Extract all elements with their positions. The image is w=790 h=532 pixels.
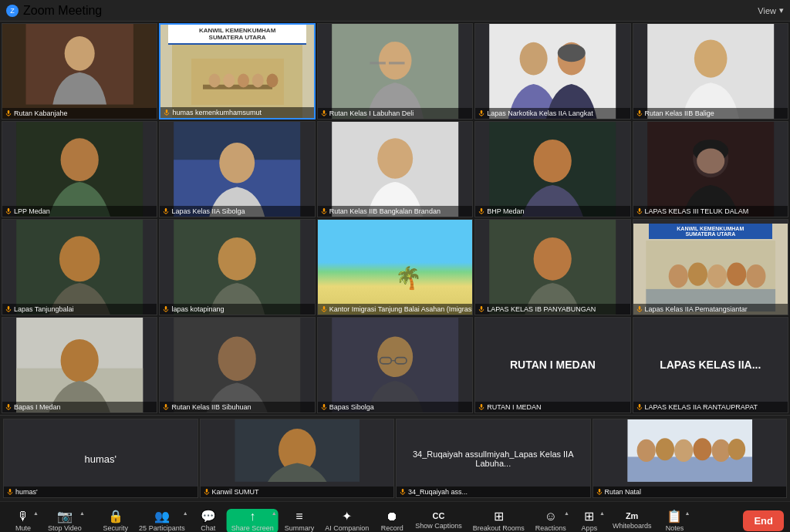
svg-point-53 bbox=[59, 236, 100, 281]
tile-label-12: lapas kotapinang bbox=[160, 304, 314, 315]
svg-rect-40 bbox=[323, 208, 325, 212]
record-button[interactable]: ⏺ Record bbox=[375, 509, 409, 533]
svg-rect-23 bbox=[481, 110, 482, 114]
tile-label-14: LAPAS KELAS IB PANYABUNGAN bbox=[475, 304, 630, 315]
tile-label-18: Bapas Sibolga bbox=[318, 402, 472, 412]
ai-companion-button[interactable]: ✦ AI Companion bbox=[320, 509, 373, 533]
tile-label-3: Rutan Kelas I Labuhan Deli bbox=[318, 108, 472, 119]
tile-bapas-sibolga[interactable]: Bapas Sibolga bbox=[317, 317, 473, 413]
svg-rect-36 bbox=[165, 208, 167, 212]
tile-label-19: RUTAN I MEDAN bbox=[475, 402, 630, 412]
svg-point-77 bbox=[61, 339, 99, 382]
view-button[interactable]: View ▾ bbox=[758, 5, 784, 15]
end-button[interactable]: End bbox=[743, 510, 784, 531]
chat-button[interactable]: 💬 Chat bbox=[191, 509, 225, 533]
tile-label-10: LAPAS KELAS III TELUK DALAM bbox=[633, 206, 788, 217]
whiteboards-button[interactable]: Zm Whiteboards bbox=[608, 510, 657, 531]
svg-rect-31 bbox=[8, 208, 9, 212]
stop-video-icon: 📷 bbox=[57, 510, 73, 523]
svg-rect-89 bbox=[323, 404, 325, 408]
tile-label-17: Rutan Kelas IIB Sibuhuan bbox=[160, 402, 314, 412]
ruqaiyah-name: 34_Ruqaiyah assullmiyah_Lapas Kelas IIA … bbox=[397, 450, 590, 468]
tile-lpp-medan[interactable]: LPP Medan bbox=[2, 121, 157, 217]
apps-button[interactable]: ▲ ⊞ Apps bbox=[572, 509, 606, 533]
summary-button[interactable]: ≡ Summary bbox=[280, 509, 319, 533]
strip-tile-ruqaiyah[interactable]: 34_Ruqaiyah assullmiyah_Lapas Kelas IIA … bbox=[396, 419, 591, 498]
svg-rect-93 bbox=[638, 404, 640, 408]
svg-rect-17 bbox=[323, 110, 325, 114]
security-button[interactable]: 🔒 Security bbox=[99, 509, 133, 533]
participants-button[interactable]: ▲ 👥 25 Participants bbox=[134, 509, 190, 533]
share-screen-button[interactable]: ▲ ↑ Share Screen bbox=[227, 509, 279, 533]
tile-label-13: Kantor Imigrasi Tanjung Balai Asahan (Im… bbox=[318, 304, 472, 315]
tile-lapas-teluk-dalam[interactable]: LAPAS KELAS III TELUK DALAM bbox=[633, 121, 788, 217]
ai-companion-icon: ✦ bbox=[342, 510, 352, 523]
svg-rect-73 bbox=[638, 306, 640, 310]
svg-rect-11 bbox=[166, 109, 167, 113]
chat-icon: 💬 bbox=[201, 510, 216, 523]
strip-tile-kanwil-sumut[interactable]: Kanwil SUMUT bbox=[200, 419, 395, 498]
strip-tile-rutan-natal[interactable]: Rutan Natal bbox=[592, 419, 788, 498]
toolbar: ▲ 🎙 Mute ▲ 📷 Stop Video 🔒 Security ▲ 👥 2… bbox=[0, 501, 790, 532]
tile-rutan-medan[interactable]: RUTAN I MEDAN RUTAN I MEDAN bbox=[474, 317, 630, 413]
reactions-caret: ▲ bbox=[564, 510, 569, 516]
tile-rutan-kabanjahe[interactable]: Rutan Kabanjahe bbox=[2, 23, 157, 120]
svg-rect-15 bbox=[370, 62, 386, 64]
tile-lapas-sibolga[interactable]: Lapas Kelas IIA Sibolga bbox=[159, 121, 315, 217]
tile-humas-kanwil[interactable]: KANWIL KEMENKUMHAMSUMATERA UTARA humas bbox=[159, 23, 315, 120]
tile-rutan-sibuhuan[interactable]: Rutan Kelas IIB Sibuhuan bbox=[159, 317, 315, 413]
svg-rect-91 bbox=[481, 404, 482, 408]
tile-bapas-medan[interactable]: Bapas I Medan bbox=[2, 317, 157, 413]
titlebar-left: Z Zoom Meeting bbox=[6, 4, 102, 18]
svg-rect-60 bbox=[323, 306, 325, 310]
tile-lapas-rantauprapat[interactable]: LAPAS KELAS IIA... LAPAS KELAS IIA RANTA… bbox=[633, 317, 788, 413]
svg-rect-54 bbox=[8, 306, 9, 310]
mute-caret: ▲ bbox=[33, 510, 39, 516]
tile-label-2: humas kemenkumhamsumut bbox=[160, 107, 313, 118]
svg-point-9 bbox=[252, 73, 263, 87]
tile-rutan-labuhan[interactable]: Rutan Kelas I Labuhan Deli bbox=[317, 23, 473, 120]
svg-rect-95 bbox=[9, 489, 11, 493]
apps-caret: ▲ bbox=[599, 510, 605, 516]
chevron-down-icon: ▾ bbox=[779, 5, 784, 15]
security-icon: 🔒 bbox=[108, 510, 123, 523]
palm-decoration: 🌴 bbox=[395, 265, 422, 291]
svg-point-22 bbox=[558, 44, 586, 62]
notes-icon: 📋 bbox=[667, 510, 682, 523]
svg-point-107 bbox=[674, 439, 693, 462]
stop-video-caret: ▲ bbox=[79, 510, 85, 516]
svg-rect-111 bbox=[598, 489, 599, 493]
svg-point-70 bbox=[727, 263, 746, 286]
tile-bhp-medan[interactable]: BHP Medan bbox=[474, 121, 630, 217]
tile-imigrasi-tanjung[interactable]: 🌴 Kantor Imigrasi Tanjung Balai Asahan (… bbox=[317, 219, 473, 315]
tile-lapas-pematang[interactable]: KANWIL KEMENKUMHAMSUMATERA UTARA Lapas K… bbox=[633, 219, 788, 315]
show-captions-button[interactable]: CC Show Captions bbox=[410, 510, 467, 531]
participants-icon: 👥 bbox=[154, 510, 170, 523]
reactions-button[interactable]: ▲ ☺ Reactions bbox=[531, 509, 571, 533]
tile-rutan-bangkalan[interactable]: Rutan Kelas IIB Bangkalan Brandan bbox=[317, 121, 473, 217]
svg-point-85 bbox=[377, 337, 413, 377]
svg-point-63 bbox=[534, 237, 572, 281]
tile-rutan-balige[interactable]: Rutan Kelas IIB Balige bbox=[633, 23, 788, 120]
tile-label-6: LPP Medan bbox=[2, 206, 157, 217]
video-grid: Rutan Kabanjahe KANWIL KEMENKUMHAMSUMATE… bbox=[0, 22, 790, 415]
svg-point-39 bbox=[377, 138, 413, 178]
tile-label-11: Lapas Tanjungbalai bbox=[2, 304, 157, 315]
mute-button[interactable]: ▲ 🎙 Mute bbox=[6, 509, 40, 533]
svg-rect-16 bbox=[389, 62, 405, 64]
tile-lapas-tanjungbalai[interactable]: Lapas Tanjungbalai bbox=[2, 219, 157, 315]
tile-lapas-narkotika[interactable]: Lapas Narkotika Kelas IIA Langkat bbox=[474, 23, 630, 120]
breakout-rooms-button[interactable]: ⊞ Breakout Rooms bbox=[468, 509, 529, 533]
tile-lapas-panyabungan[interactable]: LAPAS KELAS IB PANYABUNGAN bbox=[474, 219, 630, 315]
tile-lapas-kotapinang[interactable]: lapas kotapinang bbox=[159, 219, 315, 315]
tile-label-9: BHP Medan bbox=[475, 206, 630, 217]
share-screen-icon: ↑ bbox=[249, 510, 255, 523]
notes-button[interactable]: ▲ 📋 Notes bbox=[657, 509, 691, 533]
strip-tile-humas[interactable]: humas' humas' bbox=[3, 419, 198, 498]
apps-icon: ⊞ bbox=[584, 510, 594, 523]
stop-video-button[interactable]: ▲ 📷 Stop Video bbox=[43, 509, 86, 533]
svg-point-30 bbox=[61, 138, 99, 181]
svg-point-6 bbox=[208, 73, 220, 87]
svg-point-10 bbox=[266, 73, 278, 87]
kanwil-banner: KANWIL KEMENKUMHAMSUMATERA UTARA bbox=[168, 25, 306, 45]
